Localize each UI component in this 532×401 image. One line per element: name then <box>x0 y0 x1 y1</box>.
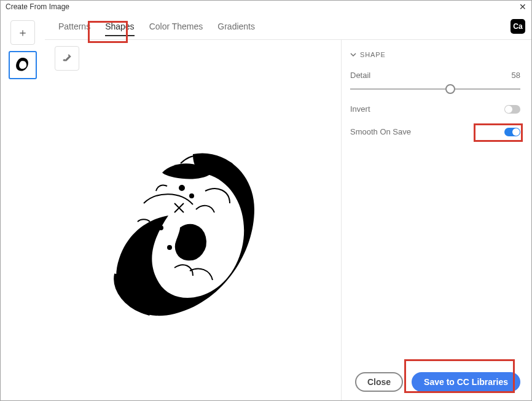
content-row: SHAPE Detail 58 Invert Smooth On Sa <box>45 40 531 400</box>
calligraphy-preview-icon <box>101 130 285 338</box>
detail-slider-thumb[interactable] <box>445 84 455 94</box>
tab-color-themes[interactable]: Color Themes <box>142 13 211 40</box>
detail-row: Detail 58 <box>350 71 520 80</box>
titlebar: Create From Image ✕ <box>1 1 531 13</box>
close-button[interactable]: Close <box>355 372 403 392</box>
tab-shapes[interactable]: Shapes <box>98 13 141 40</box>
footer-buttons: Close Save to CC Libraries <box>350 366 520 392</box>
adobe-capture-badge[interactable]: Ca <box>510 19 525 34</box>
chevron-down-icon <box>350 52 356 58</box>
calligraphy-thumb-icon <box>12 55 33 76</box>
svg-point-0 <box>179 185 184 190</box>
window-close-button[interactable]: ✕ <box>519 2 526 12</box>
svg-point-2 <box>159 226 163 230</box>
svg-point-1 <box>190 194 194 198</box>
properties-panel: SHAPE Detail 58 Invert Smooth On Sa <box>341 40 531 400</box>
tabs-row: Patterns Shapes Color Themes Gradients C… <box>45 13 531 40</box>
create-from-image-dialog: Create From Image ✕ ＋ Patterns Shapes Co… <box>0 0 532 401</box>
invert-label: Invert <box>350 104 370 114</box>
image-thumbnail-selected[interactable] <box>9 51 37 79</box>
smooth-label: Smooth On Save <box>350 127 411 136</box>
main-area: Patterns Shapes Color Themes Gradients C… <box>45 13 531 400</box>
svg-point-3 <box>168 246 171 249</box>
canvas-column <box>45 40 341 400</box>
image-rail: ＋ <box>1 13 45 400</box>
eraser-icon <box>61 53 72 64</box>
tab-patterns[interactable]: Patterns <box>51 13 98 40</box>
save-to-cc-libraries-button[interactable]: Save to CC Libraries <box>412 372 520 392</box>
add-image-button[interactable]: ＋ <box>10 20 35 45</box>
detail-value: 58 <box>512 71 520 80</box>
smooth-on-save-toggle[interactable] <box>504 128 520 136</box>
invert-toggle[interactable] <box>504 105 520 114</box>
window-title: Create From Image <box>6 2 69 11</box>
smooth-row: Smooth On Save <box>350 127 520 136</box>
eraser-tool[interactable] <box>55 46 79 71</box>
invert-row: Invert <box>350 104 520 114</box>
dialog-body: ＋ Patterns Shapes Color Themes Gradients… <box>1 13 531 400</box>
section-title-label: SHAPE <box>360 51 386 58</box>
detail-slider[interactable] <box>350 88 520 90</box>
shape-preview-canvas[interactable] <box>55 73 331 394</box>
detail-label: Detail <box>350 71 370 80</box>
shape-section-header[interactable]: SHAPE <box>350 51 520 58</box>
tab-gradients[interactable]: Gradients <box>210 13 262 40</box>
